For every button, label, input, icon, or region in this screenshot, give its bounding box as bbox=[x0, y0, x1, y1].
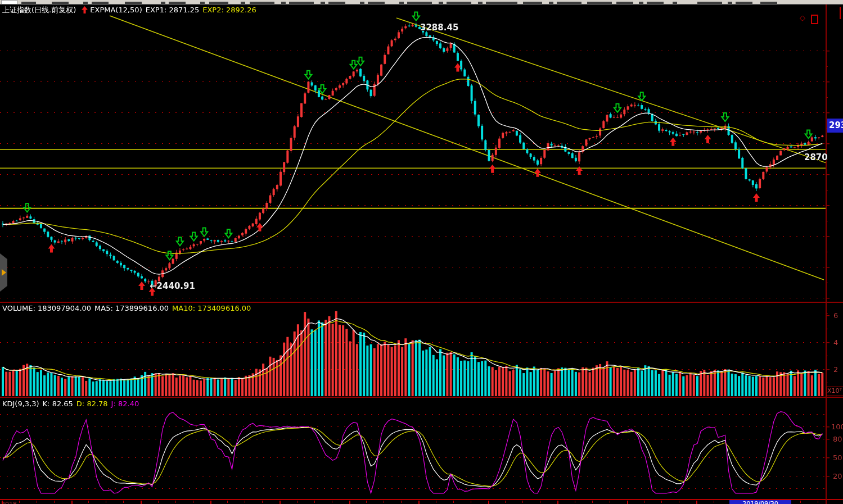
menu-item-clipped bbox=[368, 2, 385, 4]
menu-item-clipped bbox=[523, 2, 542, 4]
kdj-axis-tick-20: 20 bbox=[833, 472, 842, 480]
menu-bar[interactable] bbox=[0, 0, 843, 4]
menu-item-clipped bbox=[328, 2, 345, 4]
kdj-pane-header: KDJ(9,3,3)K: 82.65D: 82.78J: 82.40 bbox=[2, 399, 142, 408]
menu-item-clipped bbox=[697, 2, 722, 4]
menu-item-clipped bbox=[728, 2, 732, 4]
kdj-k-value: K: 82.65 bbox=[43, 399, 73, 408]
up-arrow-icon bbox=[82, 6, 88, 13]
menu-item-clipped bbox=[169, 2, 186, 4]
price-level-label: 2870 bbox=[804, 152, 828, 162]
menu-item-clipped bbox=[281, 2, 286, 4]
arrow-right-icon bbox=[2, 269, 6, 276]
menu-item-clipped bbox=[549, 2, 553, 4]
date-start-label: 2018 bbox=[1, 501, 17, 504]
menu-item-clipped bbox=[200, 2, 205, 4]
symbol-title: 上证指数(日线.前复权) bbox=[2, 6, 76, 14]
chart-canvas[interactable] bbox=[0, 0, 843, 504]
menu-item-clipped bbox=[760, 2, 777, 4]
menu-item-clipped bbox=[161, 2, 165, 4]
volume-pane-header: VOLUME: 183097904.00MA5: 173899616.00MA1… bbox=[2, 304, 254, 312]
trading-app-screen: 上证指数(日线.前复权)EXPMA(12,50)EXP1: 2871.25EXP… bbox=[0, 0, 843, 504]
vol-axis-tick-4: 4 bbox=[833, 338, 838, 347]
peak-price-label: 3288.45 bbox=[420, 22, 458, 33]
kdj-d-value: D: 82.78 bbox=[76, 399, 108, 408]
indicator-name[interactable]: EXPMA(12,50) bbox=[90, 6, 142, 14]
menu-item-clipped bbox=[439, 2, 443, 4]
menu-item-clipped bbox=[250, 2, 274, 4]
scroll-caret bbox=[840, 7, 841, 19]
sidebar-slide-handle[interactable] bbox=[0, 253, 7, 292]
menu-item-clipped bbox=[321, 2, 325, 4]
menu-item-clipped bbox=[447, 2, 471, 4]
menu-item-clipped bbox=[399, 2, 404, 4]
exp1-value: EXP1: 2871.25 bbox=[146, 6, 200, 14]
current-date-tag: 2019/09/30 bbox=[729, 500, 791, 504]
kdj-j-value: J: 82.40 bbox=[111, 399, 139, 408]
menu-item-clipped bbox=[52, 2, 69, 4]
kdj-axis-tick-100: 100 bbox=[831, 423, 843, 431]
menu-item-clipped bbox=[92, 2, 109, 4]
menu-item-clipped bbox=[673, 2, 677, 4]
menu-item-clipped bbox=[407, 2, 432, 4]
kdj-axis-tick-80: 80 bbox=[833, 435, 842, 443]
menu-item-clipped bbox=[125, 2, 142, 4]
volume-ma5: MA5: 173899616.00 bbox=[94, 304, 169, 312]
menu-item-clipped bbox=[486, 2, 517, 4]
kdj-name[interactable]: KDJ(9,3,3) bbox=[2, 399, 39, 408]
menu-item-clipped bbox=[83, 2, 88, 4]
volume-ma10: MA10: 173409616.00 bbox=[172, 304, 251, 312]
menu-item-clipped bbox=[587, 2, 612, 4]
vol-axis-tick-2: 2 bbox=[833, 365, 838, 374]
menu-item-clipped bbox=[736, 2, 752, 4]
menu-item-clipped bbox=[360, 2, 364, 4]
menu-item-clipped bbox=[557, 2, 581, 4]
menu-item-clipped bbox=[478, 2, 483, 4]
menu-button[interactable] bbox=[1, 0, 17, 4]
menu-item-clipped bbox=[21, 2, 36, 4]
menu-item-clipped bbox=[616, 2, 633, 4]
menu-item-clipped bbox=[241, 2, 245, 4]
exp2-value: EXP2: 2892.26 bbox=[202, 6, 256, 14]
kdj-axis-tick-50: 50 bbox=[833, 453, 842, 462]
menu-item-clipped bbox=[289, 2, 314, 4]
volume-unit-label: X10⁷ bbox=[826, 387, 843, 396]
window-icon[interactable] bbox=[811, 15, 818, 24]
menu-item-clipped bbox=[639, 2, 643, 4]
price-pane-header: 上证指数(日线.前复权)EXPMA(12,50)EXP1: 2871.25EXP… bbox=[2, 5, 260, 15]
vol-axis-tick-6: 6 bbox=[833, 311, 838, 320]
volume-value: VOLUME: 183097904.00 bbox=[2, 304, 91, 312]
menu-item-clipped bbox=[647, 2, 664, 4]
menu-item-clipped bbox=[209, 2, 228, 4]
trough-price-label: ←2440.91 bbox=[150, 281, 195, 291]
last-price-tag: 293 bbox=[827, 119, 843, 133]
diamond-icon[interactable]: ◇ bbox=[800, 14, 805, 21]
